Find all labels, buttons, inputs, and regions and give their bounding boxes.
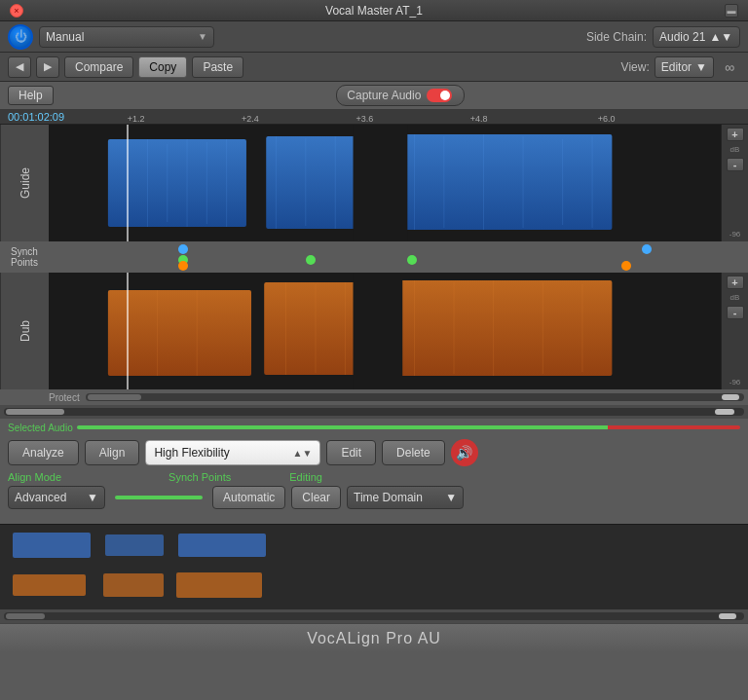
automatic-label: Automatic [223, 491, 275, 504]
bottom-scroll-track[interactable] [4, 612, 744, 620]
bottom-scrollbar [0, 609, 748, 623]
capture-toggle[interactable] [427, 89, 452, 102]
guide-db-value: -96 [729, 230, 741, 239]
protect-row: Protect [0, 389, 748, 405]
main-content: Help Capture Audio 00:01:02:09 +1.2 +2.4… [0, 82, 748, 623]
next-button[interactable]: ▶ [36, 56, 59, 78]
copy-button[interactable]: Copy [138, 56, 187, 78]
flexibility-dropdown[interactable]: High Flexibility ▲▼ [145, 440, 320, 465]
synch-point-green-2 [306, 255, 316, 265]
delete-label: Delete [396, 446, 430, 460]
ruler-scale: +1.2 +2.4 +3.6 +4.8 +6.0 [49, 109, 721, 124]
minimize-button[interactable]: ▬ [725, 4, 738, 18]
dub-waveform-area[interactable] [49, 273, 721, 389]
synch-points-content [49, 241, 721, 273]
ruler: 00:01:02:09 +1.2 +2.4 +3.6 +4.8 +6.0 [0, 109, 748, 125]
align-button[interactable]: Align [85, 440, 140, 465]
paste-button[interactable]: Paste [192, 56, 243, 78]
guide-track-controls: + dB - -96 [721, 125, 748, 241]
align-mode-row: Align Mode Synch Points Editing Advanced… [0, 469, 748, 524]
dub-db-plus[interactable]: + [727, 276, 744, 289]
side-chain-arrow: ▲▼ [709, 30, 732, 44]
view-dropdown[interactable]: Editor ▼ [654, 56, 714, 78]
paste-label: Paste [203, 60, 233, 74]
top-controls-row: ⏻ Manual ▼ Side Chain: Audio 21 ▲▼ [0, 21, 748, 53]
footer: VocALign Pro AU [0, 623, 748, 652]
protect-thumb[interactable] [88, 394, 141, 400]
next-icon: ▶ [44, 60, 52, 73]
link-icon: ∞ [725, 59, 734, 75]
editor-value: Editor [661, 60, 692, 74]
guide-db-plus[interactable]: + [727, 128, 744, 141]
close-button[interactable]: × [10, 4, 23, 18]
guide-db-label: dB [730, 145, 740, 154]
scroll-thumb-left[interactable] [6, 409, 64, 415]
preset-dropdown[interactable]: Manual ▼ [39, 26, 214, 48]
advanced-value: Advanced [15, 491, 66, 504]
svg-rect-0 [108, 139, 246, 227]
dub-waveform-svg [49, 273, 721, 389]
side-chain-value: Audio 21 [659, 30, 705, 44]
edit-button[interactable]: Edit [326, 440, 376, 465]
svg-rect-2 [404, 134, 612, 230]
svg-rect-39 [103, 573, 164, 597]
analyze-label: Analyze [22, 446, 64, 460]
ruler-tick-2: +2.4 [242, 114, 259, 124]
ruler-tick-4: +4.8 [470, 114, 488, 124]
ruler-tick-3: +3.6 [355, 114, 373, 124]
help-row: Help Capture Audio [0, 82, 748, 109]
speaker-button[interactable]: 🔊 [451, 439, 478, 466]
time-domain-dropdown[interactable]: Time Domain ▼ [347, 486, 464, 509]
close-icon: × [14, 6, 19, 16]
btn-row: ◀ ▶ Compare Copy Paste View: Editor ▼ ∞ [0, 53, 748, 82]
delete-button[interactable]: Delete [382, 440, 445, 465]
automatic-button[interactable]: Automatic [212, 486, 285, 509]
copy-label: Copy [149, 60, 176, 74]
preset-value: Manual [46, 30, 84, 44]
align-mode-controls: Advanced ▼ Automatic Clear Time Domain ▼ [8, 486, 740, 509]
synch-points-label: Synch Points [168, 471, 231, 483]
dub-db-minus[interactable]: - [727, 306, 744, 319]
power-button[interactable]: ⏻ [8, 24, 33, 50]
main-scrollbar[interactable] [4, 408, 744, 416]
editor-arrow: ▼ [695, 60, 707, 74]
mini-dub-svg [8, 571, 740, 600]
edit-label: Edit [341, 446, 361, 460]
help-button[interactable]: Help [8, 86, 54, 105]
guide-db-minus[interactable]: - [727, 158, 744, 171]
mini-guide-waveform [8, 531, 740, 560]
window-title: Vocal Master AT_1 [325, 4, 423, 18]
svg-rect-35 [13, 533, 91, 558]
synch-point-green-3 [407, 255, 417, 265]
bottom-scroll-right[interactable] [719, 613, 736, 619]
advanced-dropdown[interactable]: Advanced ▼ [8, 486, 105, 509]
capture-audio-button[interactable]: Capture Audio [336, 85, 465, 106]
dub-track: Dub [0, 273, 748, 389]
bottom-scroll-thumb[interactable] [6, 613, 45, 619]
view-label: View: [621, 60, 650, 74]
scroll-thumb-right[interactable] [715, 409, 734, 415]
prev-icon: ◀ [16, 60, 23, 73]
analyze-button[interactable]: Analyze [8, 440, 79, 465]
prev-button[interactable]: ◀ [8, 56, 31, 78]
footer-text: VocALign Pro AU [307, 630, 441, 647]
svg-rect-23 [354, 273, 403, 389]
link-button[interactable]: ∞ [719, 56, 740, 78]
help-label: Help [19, 89, 43, 102]
svg-rect-40 [176, 572, 262, 598]
side-chain-dropdown[interactable]: Audio 21 ▲▼ [653, 26, 740, 48]
svg-rect-19 [354, 125, 408, 241]
selected-audio-label: Selected Audio [8, 423, 73, 433]
compare-button[interactable]: Compare [64, 56, 133, 78]
clear-button[interactable]: Clear [291, 486, 341, 509]
protect-right-thumb[interactable] [722, 394, 739, 400]
guide-waveform-area[interactable] [49, 125, 721, 241]
action-row: Analyze Align High Flexibility ▲▼ Edit D… [0, 436, 748, 469]
synch-label: Synch Points [0, 246, 49, 268]
svg-rect-22 [399, 280, 612, 376]
svg-rect-36 [105, 534, 164, 556]
time-domain-value: Time Domain [354, 491, 423, 504]
clear-label: Clear [302, 491, 330, 504]
align-mode-label: Align Mode [8, 471, 61, 483]
minimize-icon: ▬ [728, 6, 736, 16]
